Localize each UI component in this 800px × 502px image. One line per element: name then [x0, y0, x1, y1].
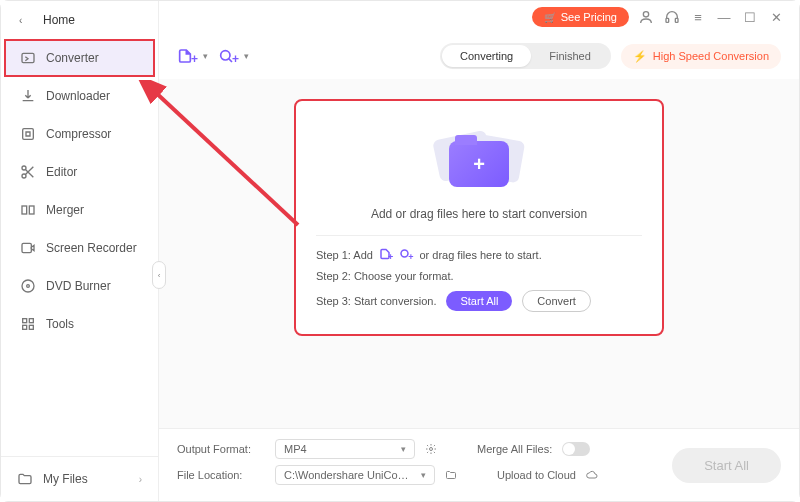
download-icon	[20, 88, 36, 104]
sidebar-myfiles[interactable]: My Files ›	[1, 457, 158, 501]
tab-converting[interactable]: Converting	[442, 45, 531, 67]
converter-icon	[20, 50, 36, 66]
svg-point-16	[221, 51, 230, 60]
sidebar-item-dvd-burner[interactable]: DVD Burner	[4, 267, 155, 305]
svg-rect-9	[23, 319, 27, 323]
file-location-label: File Location:	[177, 469, 265, 481]
window-topbar: 🛒 See Pricing ≡ — ☐ ✕	[159, 1, 799, 33]
svg-rect-12	[29, 325, 33, 329]
menu-icon[interactable]: ≡	[689, 8, 707, 26]
start-all-button-small[interactable]: Start All	[446, 291, 512, 311]
output-format-label: Output Format:	[177, 443, 265, 455]
chevron-down-icon: ▾	[421, 470, 426, 480]
sidebar-item-label: Screen Recorder	[46, 241, 137, 255]
user-icon[interactable]	[637, 8, 655, 26]
svg-rect-6	[22, 243, 31, 252]
add-file-button[interactable]: + ▾	[177, 46, 208, 66]
headset-icon[interactable]	[663, 8, 681, 26]
svg-point-17	[401, 250, 408, 257]
chevron-left-icon: ‹	[19, 15, 29, 26]
toolbar: + ▾ + ▾ Converting Finished ⚡ High Speed…	[159, 33, 799, 79]
compress-icon	[20, 126, 36, 142]
merge-toggle[interactable]	[562, 442, 590, 456]
chevron-down-icon: ▾	[401, 444, 406, 454]
status-tabs: Converting Finished	[440, 43, 611, 69]
svg-point-3	[22, 174, 26, 178]
sidebar-item-label: Compressor	[46, 127, 111, 141]
sidebar-item-label: Downloader	[46, 89, 110, 103]
svg-rect-14	[666, 18, 669, 22]
folder-plus-icon: +	[449, 141, 509, 187]
dropzone-illustration: + Add or drag files here to start conver…	[316, 119, 642, 235]
myfiles-label: My Files	[43, 472, 88, 486]
svg-point-2	[22, 166, 26, 170]
upload-cloud-label: Upload to Cloud	[497, 469, 576, 481]
dropzone-text: Add or drag files here to start conversi…	[371, 207, 587, 221]
cloud-icon[interactable]	[586, 469, 598, 481]
svg-rect-1	[23, 129, 34, 140]
sidebar-home[interactable]: ‹ Home	[1, 1, 158, 39]
settings-gear-icon[interactable]	[425, 443, 437, 455]
chevron-right-icon: ›	[139, 474, 142, 485]
sidebar-item-label: Converter	[46, 51, 99, 65]
convert-button[interactable]: Convert	[522, 290, 591, 312]
svg-rect-11	[23, 325, 27, 329]
add-url-button[interactable]: + ▾	[218, 46, 249, 66]
record-icon	[20, 240, 36, 256]
add-url-icon: +	[399, 248, 413, 262]
merge-label: Merge All Files:	[477, 443, 552, 455]
sidebar-item-editor[interactable]: Editor	[4, 153, 155, 191]
svg-point-13	[643, 12, 648, 17]
cart-icon: 🛒	[544, 12, 556, 23]
file-location-select[interactable]: C:\Wondershare UniConverter ▾	[275, 465, 435, 485]
step-3: Step 3: Start conversion. Start All Conv…	[316, 290, 642, 312]
sidebar-item-downloader[interactable]: Downloader	[4, 77, 155, 115]
svg-point-7	[22, 280, 34, 292]
output-format-select[interactable]: MP4 ▾	[275, 439, 415, 459]
sidebar-item-screen-recorder[interactable]: Screen Recorder	[4, 229, 155, 267]
disc-icon	[20, 278, 36, 294]
chevron-down-icon: ▾	[203, 51, 208, 61]
see-pricing-button[interactable]: 🛒 See Pricing	[532, 7, 629, 27]
start-all-button[interactable]: Start All	[672, 448, 781, 483]
svg-rect-10	[29, 319, 33, 323]
svg-rect-15	[675, 18, 678, 22]
scissors-icon	[20, 164, 36, 180]
chevron-down-icon: ▾	[244, 51, 249, 61]
sidebar-item-label: DVD Burner	[46, 279, 111, 293]
bolt-icon: ⚡	[633, 50, 647, 63]
dropzone[interactable]: + Add or drag files here to start conver…	[294, 99, 664, 336]
sidebar-item-label: Merger	[46, 203, 84, 217]
sidebar: ‹ Home Converter Downloader Compressor E…	[1, 1, 159, 501]
sidebar-home-label: Home	[43, 13, 75, 27]
maximize-icon[interactable]: ☐	[741, 8, 759, 26]
svg-point-18	[430, 448, 433, 451]
sidebar-item-merger[interactable]: Merger	[4, 191, 155, 229]
svg-rect-4	[22, 206, 27, 214]
high-speed-conversion-button[interactable]: ⚡ High Speed Conversion	[621, 44, 781, 69]
see-pricing-label: See Pricing	[561, 11, 617, 23]
merge-icon	[20, 202, 36, 218]
folder-icon	[17, 471, 33, 487]
sidebar-item-label: Editor	[46, 165, 77, 179]
add-file-icon: +	[379, 248, 393, 262]
main-panel: 🛒 See Pricing ≡ — ☐ ✕ + ▾ + ▾ Conve	[159, 1, 799, 501]
step-1: Step 1: Add + + or drag files here to st…	[316, 248, 642, 262]
minimize-icon[interactable]: —	[715, 8, 733, 26]
grid-icon	[20, 316, 36, 332]
svg-rect-5	[29, 206, 34, 214]
step-2: Step 2: Choose your format.	[316, 270, 642, 282]
sidebar-item-converter[interactable]: Converter	[4, 39, 155, 77]
svg-point-8	[27, 285, 30, 288]
bottom-bar: Output Format: MP4 ▾ Merge All Files: Fi…	[159, 428, 799, 501]
open-folder-icon[interactable]	[445, 469, 457, 481]
sidebar-item-compressor[interactable]: Compressor	[4, 115, 155, 153]
sidebar-item-label: Tools	[46, 317, 74, 331]
content-area: + Add or drag files here to start conver…	[159, 79, 799, 428]
sidebar-item-tools[interactable]: Tools	[4, 305, 155, 343]
high-speed-label: High Speed Conversion	[653, 50, 769, 62]
close-icon[interactable]: ✕	[767, 8, 785, 26]
tab-finished[interactable]: Finished	[531, 45, 609, 67]
dropzone-steps: Step 1: Add + + or drag files here to st…	[316, 235, 642, 312]
